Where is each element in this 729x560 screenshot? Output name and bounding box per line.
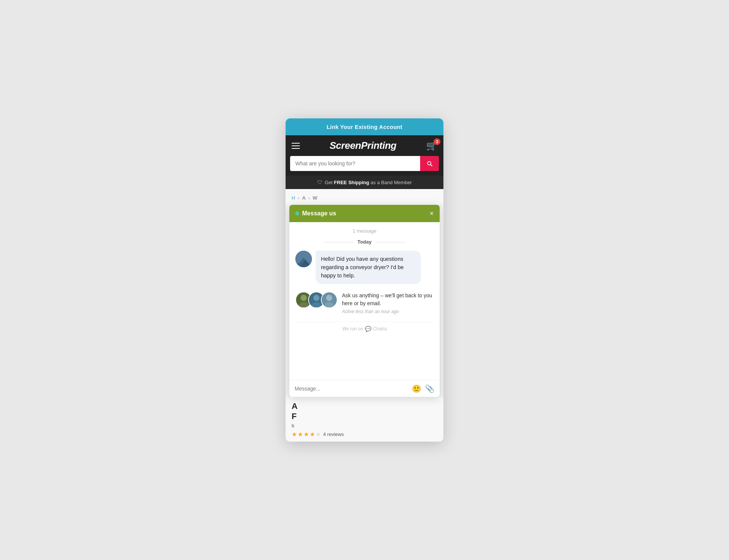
shipping-bar: 🛡 Get FREE Shipping as a Band Member	[286, 176, 443, 189]
search-icon	[426, 160, 433, 167]
team-message-row: Ask us anything – we'll get back to you …	[295, 292, 434, 314]
svg-point-5	[301, 295, 307, 301]
page-content: H › A › W	[286, 189, 443, 205]
svg-rect-3	[295, 263, 312, 267]
brand-logo[interactable]: ScreenPrinting	[330, 140, 396, 151]
bot-bubble: Hello! Did you have any questions regard…	[316, 251, 421, 284]
search-bar	[286, 156, 443, 176]
chat-header: Message us ×	[289, 205, 440, 222]
svg-point-8	[313, 295, 319, 301]
chat-input-actions: 🙂 📎	[412, 384, 434, 393]
team-active-status: Active less than an hour ago	[342, 309, 434, 314]
breadcrumb-part3: W	[313, 195, 317, 201]
breadcrumb-sep-2: ›	[308, 195, 310, 201]
attachment-icon[interactable]: 📎	[425, 384, 434, 393]
star-1: ★	[292, 431, 297, 438]
cart-badge: 3	[434, 138, 440, 145]
chat-widget: Message us × 1 message Today	[289, 205, 440, 397]
breadcrumb-home[interactable]: H	[292, 195, 295, 201]
team-message-text: Ask us anything – we'll get back to you …	[342, 292, 434, 307]
hamburger-menu[interactable]	[292, 143, 300, 149]
search-input[interactable]	[290, 156, 420, 171]
chat-title: Message us	[302, 210, 336, 217]
breadcrumb-part2: A	[302, 195, 306, 201]
bot-message-row: Hello! Did you have any questions regard…	[295, 251, 434, 284]
star-2: ★	[298, 431, 303, 438]
chatra-brand: Chatra	[373, 326, 387, 331]
team-avatars	[295, 292, 337, 308]
date-divider: Today	[295, 239, 434, 245]
search-button[interactable]	[420, 156, 439, 171]
team-avatar-3	[321, 292, 337, 308]
hamburger-line-1	[292, 143, 300, 144]
chatra-footer: We run on 💬 Chatra	[295, 322, 434, 336]
product-title: A F	[292, 401, 437, 421]
svg-point-11	[326, 295, 332, 301]
message-count: 1 message	[295, 228, 434, 234]
team-info: Ask us anything – we'll get back to you …	[342, 292, 434, 314]
chatra-prefix: We run on	[342, 326, 363, 331]
star-3: ★	[304, 431, 309, 438]
product-area: A F b ★ ★ ★ ★ ★ 4 reviews	[286, 397, 443, 442]
bot-avatar	[295, 251, 312, 267]
chat-input-row: 🙂 📎	[289, 380, 440, 397]
online-indicator	[295, 212, 299, 215]
product-subtitle: b	[292, 423, 437, 428]
shipping-text: Get FREE Shipping as a Band Member	[325, 180, 412, 185]
breadcrumb-sep-1: ›	[298, 195, 299, 201]
chat-body: 1 message Today Hello! Did you have any …	[289, 222, 440, 380]
navbar: ScreenPrinting 🛒 3	[286, 135, 443, 156]
cart-button[interactable]: 🛒 3	[426, 141, 437, 151]
stars-row: ★ ★ ★ ★ ★ 4 reviews	[292, 431, 437, 438]
banner-text: Link Your Existing Account	[327, 124, 402, 130]
phone-frame: Link Your Existing Account ScreenPrintin…	[286, 118, 443, 442]
chat-message-input[interactable]	[295, 386, 409, 392]
star-rating: ★ ★ ★ ★ ★	[292, 431, 321, 438]
shield-icon: 🛡	[317, 179, 322, 185]
emoji-icon[interactable]: 🙂	[412, 384, 421, 393]
chatra-bubble-icon: 💬	[365, 326, 371, 332]
chat-close-button[interactable]: ×	[430, 210, 434, 217]
chat-header-left: Message us	[295, 210, 336, 217]
reviews-count: 4 reviews	[323, 431, 344, 437]
star-4: ★	[310, 431, 315, 438]
star-5: ★	[316, 431, 321, 438]
hamburger-line-3	[292, 148, 300, 149]
hamburger-line-2	[292, 145, 300, 146]
banner: Link Your Existing Account	[286, 118, 443, 135]
